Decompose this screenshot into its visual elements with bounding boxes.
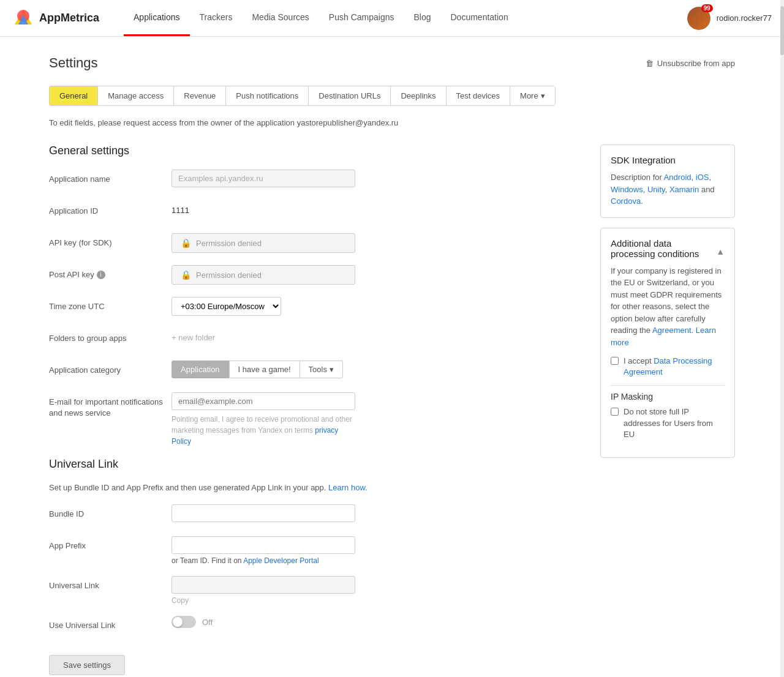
side-column: SDK Integration Description for Android,…: [600, 144, 735, 675]
email-label: E-mail for important notifications and n…: [49, 392, 172, 419]
post-api-key-label: Post API key: [49, 269, 94, 280]
app-prefix-label: App Prefix: [49, 536, 172, 554]
trash-icon: 🗑: [646, 59, 654, 68]
save-settings-button[interactable]: Save settings: [49, 655, 125, 675]
toggle-wrap: Off: [172, 616, 213, 628]
post-api-key-label-wrap: Post API key i: [49, 265, 172, 280]
dpa-checkbox[interactable]: [611, 357, 619, 365]
scrollbar[interactable]: [780, 0, 784, 677]
tabs-bar: General Manage access Revenue Push notif…: [49, 86, 556, 106]
username: rodion.rocker77: [717, 13, 772, 23]
nav-link-documentation[interactable]: Documentation: [441, 0, 518, 36]
dpa-label: I accept Data Processing Agreement: [624, 356, 725, 378]
universal-link-field-label: Universal Link: [49, 576, 172, 591]
post-api-key-permission-text: Permission denied: [196, 271, 262, 280]
tab-more[interactable]: More ▾: [510, 86, 555, 105]
tab-test-devices[interactable]: Test devices: [447, 86, 511, 105]
category-group: Application I have a game! Tools ▾: [172, 361, 343, 378]
post-api-key-info-icon[interactable]: i: [97, 271, 105, 279]
app-prefix-input[interactable]: [172, 536, 355, 554]
nav-link-applications[interactable]: Applications: [124, 0, 190, 36]
universal-link-field-row: Universal Link Copy: [49, 576, 582, 605]
xamarin-link[interactable]: Xamarin: [669, 185, 699, 194]
folders-row: Folders to group apps + new folder: [49, 329, 582, 350]
post-api-key-row: Post API key i 🔒 Permission denied: [49, 265, 582, 286]
agreement-link[interactable]: Agreement: [652, 326, 692, 335]
windows-link[interactable]: Windows: [611, 185, 643, 194]
universal-link-section: Universal Link Set up Bundle ID and App …: [49, 458, 582, 637]
email-wrap: Pointing email, I agree to receive promo…: [172, 392, 355, 447]
timezone-label: Time zone UTC: [49, 297, 172, 312]
nav-link-push-campaigns[interactable]: Push Campaigns: [319, 0, 404, 36]
collapse-button[interactable]: ▲: [716, 247, 725, 256]
use-universal-link-label: Use Universal Link: [49, 616, 172, 631]
more-label: More: [520, 91, 538, 100]
tab-deeplinks[interactable]: Deeplinks: [391, 86, 446, 105]
category-tools-button[interactable]: Tools ▾: [300, 361, 343, 378]
bundle-id-row: Bundle ID: [49, 504, 582, 525]
user-avatar-wrap[interactable]: 99: [687, 7, 710, 30]
sdk-integration-card: SDK Integration Description for Android,…: [600, 144, 735, 218]
settings-header: Settings 🗑 Unsubscribe from app: [49, 55, 735, 71]
api-key-permission-text: Permission denied: [196, 239, 262, 248]
ios-link[interactable]: iOS: [696, 173, 709, 182]
tab-destination-urls[interactable]: Destination URLs: [309, 86, 391, 105]
add-folder-button[interactable]: + new folder: [172, 329, 215, 342]
copy-hint[interactable]: Copy: [172, 596, 355, 605]
tab-revenue[interactable]: Revenue: [174, 86, 226, 105]
toggle-knob: [173, 617, 183, 627]
category-application-button[interactable]: Application: [172, 361, 229, 378]
nav-link-blog[interactable]: Blog: [404, 0, 440, 36]
ul-desc-text: Set up Bundle ID and App Prefix and then…: [49, 483, 326, 492]
universal-link-description: Set up Bundle ID and App Prefix and then…: [49, 483, 582, 492]
tab-push-notifications[interactable]: Push notifications: [226, 86, 309, 105]
tab-manage-access[interactable]: Manage access: [98, 86, 174, 105]
use-universal-link-toggle[interactable]: [172, 616, 196, 628]
gdpr-card-description: If your company is registered in the EU …: [611, 265, 725, 349]
nav-links: Applications Trackers Media Sources Push…: [124, 0, 518, 36]
dpa-link[interactable]: Data Processing Agreement: [624, 356, 712, 376]
bundle-id-input[interactable]: [172, 504, 355, 522]
unity-link[interactable]: Unity: [647, 185, 665, 194]
dpa-checkbox-row: I accept Data Processing Agreement: [611, 356, 725, 378]
app-id-label: Application ID: [49, 201, 172, 217]
ip-masking-section: IP Masking Do not store full IP addresse…: [611, 385, 725, 440]
save-button-wrap: Save settings: [49, 655, 582, 675]
logo-text: AppMetrica: [39, 12, 99, 24]
learn-how-link[interactable]: Learn how.: [328, 483, 368, 492]
unsubscribe-button[interactable]: 🗑 Unsubscribe from app: [646, 59, 735, 68]
post-api-key-permission-box: 🔒 Permission denied: [172, 265, 355, 285]
scroll-thumb: [780, 6, 784, 55]
nav-link-media-sources[interactable]: Media Sources: [242, 0, 318, 36]
email-row: E-mail for important notifications and n…: [49, 392, 582, 447]
ip-masking-checkbox[interactable]: [611, 408, 619, 416]
app-name-input[interactable]: [172, 170, 355, 187]
timezone-select[interactable]: +03:00 Europe/Moscow: [172, 297, 281, 316]
ip-masking-row: Do not store full IP addresses for Users…: [611, 406, 725, 440]
nav-link-trackers[interactable]: Trackers: [190, 0, 243, 36]
top-navigation: AppMetrica Applications Trackers Media S…: [0, 0, 784, 37]
folders-label: Folders to group apps: [49, 329, 172, 344]
tools-label: Tools: [309, 365, 327, 374]
tab-general[interactable]: General: [50, 86, 98, 105]
android-link[interactable]: Android: [664, 173, 692, 182]
category-game-button[interactable]: I have a game!: [229, 361, 300, 378]
email-note: Pointing email, I agree to receive promo…: [172, 414, 355, 447]
gdpr-card: Additional data processing conditions ▲ …: [600, 228, 735, 458]
ip-masking-title: IP Masking: [611, 392, 725, 402]
ip-masking-label: Do not store full IP addresses for Users…: [624, 406, 725, 440]
app-prefix-note: or Team ID. Find it on Apple Developer P…: [172, 556, 319, 565]
info-bar: To edit fields, please request access fr…: [49, 118, 735, 127]
toggle-state-label: Off: [202, 618, 213, 627]
privacy-policy-link[interactable]: privacy Policy: [172, 426, 338, 446]
dpa-row: I accept Data Processing Agreement: [611, 356, 725, 378]
timezone-row: Time zone UTC +03:00 Europe/Moscow: [49, 297, 582, 318]
email-input[interactable]: [172, 392, 355, 410]
universal-link-title: Universal Link: [49, 458, 582, 471]
api-key-row: API key (for SDK) 🔒 Permission denied: [49, 233, 582, 254]
apple-developer-portal-link[interactable]: Apple Developer Portal: [243, 556, 318, 565]
app-name-label: Application name: [49, 170, 172, 185]
universal-link-input[interactable]: [172, 576, 355, 594]
lock-icon-2: 🔒: [181, 270, 191, 280]
cordova-link[interactable]: Cordova: [611, 196, 641, 206]
